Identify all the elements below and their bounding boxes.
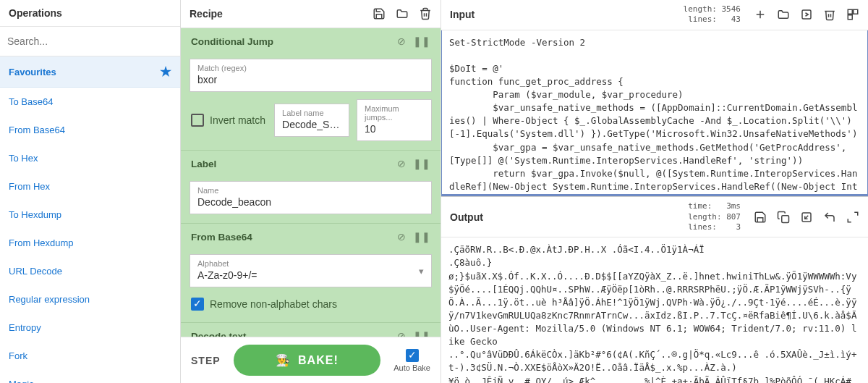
recipe-body: Conditional Jump ⊘ ❚❚ Match (regex) bxor… (181, 28, 441, 337)
svg-rect-3 (848, 10, 852, 14)
op-item[interactable]: URL Decode (0, 257, 180, 285)
copy-output-icon[interactable] (777, 211, 790, 224)
open-file-icon[interactable] (800, 8, 813, 21)
disable-op-icon[interactable]: ⊘ (397, 330, 406, 337)
checkbox-icon (191, 114, 204, 127)
recipe-header: Recipe (181, 0, 441, 28)
input-pane: Input length: 3546 lines: 43 Set-StrictM… (441, 0, 868, 196)
label-name-field[interactable]: Label name Decode_Sh... (274, 104, 349, 137)
favourites-label: Favourites (9, 67, 56, 77)
chef-icon: 👨‍🍳 (276, 353, 291, 367)
op-item[interactable]: From Hexdump (0, 229, 180, 257)
op-card-conditional-jump: Conditional Jump ⊘ ❚❚ Match (regex) bxor… (181, 28, 441, 151)
bake-button[interactable]: 👨‍🍳 BAKE! (234, 345, 381, 376)
remove-nonalpha-checkbox[interactable]: Remove non-alphabet chars (190, 295, 432, 313)
star-icon: ★ (160, 64, 171, 80)
input-title: Input (450, 9, 475, 20)
add-input-icon[interactable] (754, 8, 767, 21)
undo-icon[interactable] (823, 211, 836, 224)
op-item[interactable]: Fork (0, 342, 180, 370)
disable-op-icon[interactable]: ⊘ (397, 158, 406, 169)
output-stats: time: 3ms length: 807 lines: 3 (688, 201, 741, 232)
open-folder-icon[interactable] (777, 8, 790, 21)
operations-list: To Base64 From Base64 To Hex From Hex To… (0, 88, 180, 383)
clear-input-icon[interactable] (823, 8, 836, 21)
op-item[interactable]: Regular expression (0, 285, 180, 313)
svg-rect-4 (854, 10, 858, 14)
output-header: Output time: 3ms length: 807 lines: 3 (441, 197, 868, 237)
op-card-title: Decode text (191, 331, 247, 337)
svg-rect-5 (848, 15, 852, 20)
save-icon[interactable] (373, 7, 386, 20)
op-card-title: From Base64 (191, 232, 252, 243)
op-item[interactable]: Entropy (0, 313, 180, 342)
op-card-title: Conditional Jump (191, 36, 273, 47)
replace-input-icon[interactable] (800, 211, 813, 224)
recipe-panel: Recipe Conditional Jump ⊘ ❚❚ Match (rege… (181, 0, 441, 383)
output-pane: Output time: 3ms length: 807 lines: 3 .Ç… (441, 196, 868, 383)
bake-row: STEP 👨‍🍳 BAKE! Auto Bake (181, 337, 441, 383)
op-item[interactable]: From Base64 (0, 116, 180, 144)
input-textarea[interactable]: Set-StrictMode -Version 2 $DoIt = @' fun… (441, 30, 868, 195)
op-card-from-base64: From Base64 ⊘ ❚❚ Alphabet A-Za-z0-9+/= R… (181, 224, 441, 323)
op-card-label: Label ⊘ ❚❚ Name Decode_beacon (181, 151, 441, 224)
pause-op-icon[interactable]: ❚❚ (413, 330, 430, 337)
search-input[interactable] (7, 31, 173, 51)
op-item[interactable]: From Hex (0, 172, 180, 201)
op-card-title: Label (191, 159, 216, 169)
operations-search-row (0, 27, 180, 56)
auto-bake-toggle[interactable]: Auto Bake (393, 349, 430, 372)
favourites-row[interactable]: Favourites ★ (0, 56, 180, 88)
pause-op-icon[interactable]: ❚❚ (413, 231, 430, 243)
op-item[interactable]: To Base64 (0, 88, 180, 116)
operations-title: Operations (0, 0, 180, 27)
svg-rect-6 (782, 216, 789, 223)
pause-op-icon[interactable]: ❚❚ (413, 158, 430, 169)
reset-layout-icon[interactable] (846, 8, 859, 21)
output-title: Output (450, 211, 483, 223)
op-item[interactable]: To Hex (0, 144, 180, 172)
match-regex-field[interactable]: Match (regex) bxor (190, 59, 432, 92)
trash-icon[interactable] (419, 7, 432, 20)
io-panel: Input length: 3546 lines: 43 Set-StrictM… (441, 0, 868, 383)
maximize-icon[interactable] (846, 211, 859, 224)
max-jumps-field[interactable]: Maximum jumps... 10 (357, 99, 432, 141)
alphabet-select[interactable]: Alphabet A-Za-z0-9+/= (190, 254, 432, 287)
step-button[interactable]: STEP (191, 355, 221, 366)
invert-match-checkbox[interactable]: Invert match (190, 111, 267, 130)
svg-rect-2 (802, 10, 811, 19)
checkbox-checked-icon (406, 349, 419, 362)
folder-icon[interactable] (396, 7, 409, 20)
disable-op-icon[interactable]: ⊘ (397, 35, 406, 47)
op-card-decode-text: Decode text ⊘ ❚❚ (181, 323, 441, 337)
output-textarea[interactable]: .ÇäõRW.R..B<.Đ.@x.ÀtJ.ĐP.H..X .Óã<I.4..Ö… (441, 237, 868, 383)
op-item[interactable]: To Hexdump (0, 201, 180, 229)
input-header: Input length: 3546 lines: 43 (441, 0, 868, 30)
input-stats: length: 3546 lines: 43 (684, 4, 741, 25)
disable-op-icon[interactable]: ⊘ (397, 231, 406, 243)
recipe-title: Recipe (190, 8, 223, 20)
save-output-icon[interactable] (754, 211, 767, 224)
operations-panel: Operations Favourites ★ To Base64 From B… (0, 0, 181, 383)
label-name-field[interactable]: Name Decode_beacon (190, 181, 432, 214)
checkbox-checked-icon (191, 298, 204, 311)
op-item[interactable]: Magic (0, 370, 180, 383)
pause-op-icon[interactable]: ❚❚ (413, 35, 430, 47)
